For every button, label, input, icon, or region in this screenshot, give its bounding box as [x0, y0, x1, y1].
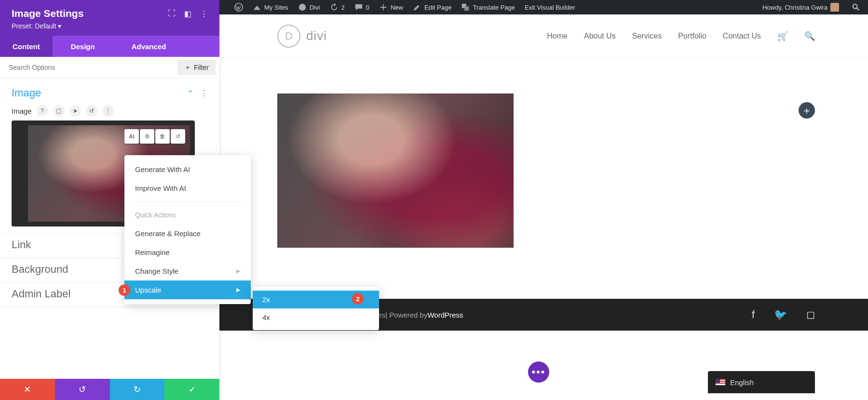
tab-design[interactable]: Design: [53, 36, 113, 57]
ai-upscale[interactable]: Upscale▶: [124, 280, 251, 299]
search-icon[interactable]: 🔍: [804, 31, 815, 41]
comments[interactable]: 0: [351, 0, 373, 14]
field-kebab-icon[interactable]: ⋮: [102, 105, 114, 117]
wp-logo[interactable]: [231, 0, 247, 14]
plus-icon: ＋: [184, 63, 191, 72]
edit-page[interactable]: Edit Page: [409, 0, 455, 14]
cart-icon[interactable]: 🛒: [777, 31, 788, 41]
kebab-icon[interactable]: ⋮: [200, 9, 208, 18]
add-section-button[interactable]: ＋: [799, 102, 815, 119]
language-label: English: [730, 378, 754, 387]
dock-icon[interactable]: ◧: [184, 9, 191, 18]
ai-menu: Generate With AI Improve With AI Quick A…: [124, 155, 251, 304]
translate-page[interactable]: Translate Page: [457, 0, 519, 14]
facebook-icon[interactable]: f: [752, 308, 755, 321]
tab-content[interactable]: Content: [0, 36, 53, 57]
updates[interactable]: 2: [326, 0, 349, 14]
howdy-label: Howdy, Christina Gwira: [762, 4, 827, 11]
nav-home[interactable]: Home: [547, 32, 568, 40]
preset-selector[interactable]: Preset: Default ▾: [12, 22, 208, 30]
new-label: New: [391, 4, 403, 11]
trash-icon[interactable]: 🗑: [155, 129, 170, 144]
site-nav: Home About Us Services Portfolio Contact…: [547, 31, 815, 41]
svg-point-4: [853, 4, 857, 9]
upscale-4x[interactable]: 4x: [253, 308, 379, 326]
section-kebab-icon[interactable]: ⋮: [200, 89, 208, 98]
user-avatar: [830, 3, 839, 12]
my-sites[interactable]: My Sites: [249, 0, 292, 14]
page-canvas: D divi Home About Us Services Portfolio …: [219, 14, 868, 400]
exit-label: Exit Visual Builder: [525, 4, 575, 11]
search-row: ＋Filter: [0, 57, 219, 78]
responsive-icon[interactable]: ▢: [53, 105, 65, 117]
divi-label: Divi: [310, 4, 320, 11]
chevron-right-icon: ▶: [236, 268, 240, 274]
updates-count: 2: [341, 4, 345, 11]
translate-label: Translate Page: [473, 4, 515, 11]
twitter-icon[interactable]: 🐦: [774, 308, 787, 321]
footer-sep: | Powered by: [385, 311, 427, 319]
panel-title: Image Settings: [12, 8, 168, 19]
ai-reimagine[interactable]: Reimagine: [124, 243, 251, 262]
new[interactable]: New: [375, 0, 407, 14]
ai-quick-header: Quick Actions: [124, 206, 251, 224]
exit-visual-builder[interactable]: Exit Visual Builder: [521, 0, 579, 14]
adminbar-search[interactable]: [848, 0, 864, 14]
hover-icon[interactable]: ➤: [69, 105, 81, 117]
flag-us-icon: [716, 379, 725, 386]
ai-generate[interactable]: Generate With AI: [124, 160, 251, 179]
search-input[interactable]: [0, 64, 174, 71]
comments-count: 0: [366, 4, 369, 11]
help-icon[interactable]: ?: [37, 105, 48, 117]
undo-button[interactable]: ↺: [55, 379, 110, 400]
edit-label: Edit Page: [424, 4, 451, 11]
nav-services[interactable]: Services: [632, 32, 662, 40]
site-header: D divi Home About Us Services Portfolio …: [219, 14, 868, 58]
expand-icon[interactable]: ⛶: [168, 9, 176, 18]
svg-point-1: [299, 4, 306, 11]
undo-icon[interactable]: ↺: [171, 129, 185, 144]
brand-logo-icon: D: [277, 25, 300, 48]
divi-site[interactable]: Divi: [294, 0, 324, 14]
ai-upscale-label: Upscale: [135, 286, 161, 294]
ai-improve[interactable]: Improve With AI: [124, 179, 251, 198]
hero-image[interactable]: [277, 93, 514, 248]
reset-icon[interactable]: ↺: [86, 105, 97, 117]
nav-contact[interactable]: Contact Us: [723, 32, 761, 40]
footer-wordpress-link[interactable]: WordPress: [427, 311, 463, 319]
save-button[interactable]: ✓: [164, 379, 219, 400]
language-switcher[interactable]: English: [708, 371, 815, 393]
section-image-title: Image: [12, 87, 187, 99]
panel-action-bar: ✕ ↺ ↻ ✓: [0, 379, 219, 400]
chevron-right-icon: ▶: [236, 287, 240, 293]
my-sites-label: My Sites: [264, 4, 288, 11]
panel-tabs: Content Design Advanced: [0, 36, 219, 57]
callout-badge-1: 1: [119, 284, 130, 296]
redo-button[interactable]: ↻: [110, 379, 165, 400]
svg-rect-3: [465, 6, 469, 11]
page-content: ＋: [219, 58, 868, 248]
nav-portfolio[interactable]: Portfolio: [678, 32, 706, 40]
ai-change-style[interactable]: Change Style▶: [124, 262, 251, 280]
gear-icon[interactable]: ⚙: [140, 129, 154, 144]
filter-button[interactable]: ＋Filter: [177, 60, 216, 75]
nav-about[interactable]: About Us: [584, 32, 616, 40]
howdy-user[interactable]: Howdy, Christina Gwira: [759, 0, 843, 14]
site-brand[interactable]: D divi: [277, 25, 327, 48]
collapse-icon[interactable]: ⌃: [187, 89, 193, 98]
ai-icon[interactable]: AI: [124, 129, 139, 144]
instagram-icon[interactable]: ◻: [806, 308, 815, 321]
close-button[interactable]: ✕: [0, 379, 55, 400]
ai-change-style-label: Change Style: [135, 267, 178, 275]
tab-advanced[interactable]: Advanced: [113, 36, 185, 57]
panel-header: Image Settings ⛶ ◧ ⋮ Preset: Default ▾: [0, 0, 219, 36]
builder-fab[interactable]: •••: [528, 361, 549, 383]
callout-badge-2: 2: [352, 293, 364, 305]
ai-generate-replace[interactable]: Generate & Replace: [124, 224, 251, 243]
brand-text: divi: [306, 28, 327, 43]
filter-label: Filter: [194, 64, 209, 71]
image-field-label: Image: [12, 107, 32, 115]
